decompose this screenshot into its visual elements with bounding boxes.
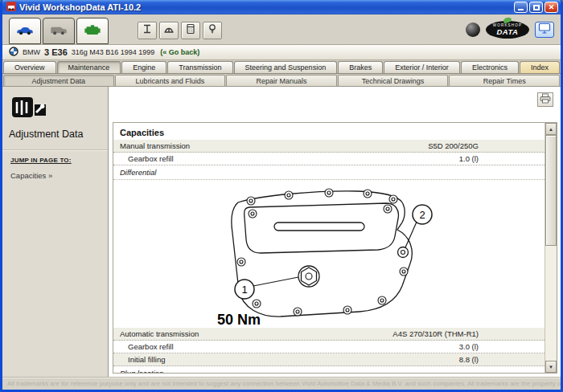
row-label: Manual transmission (120, 141, 190, 150)
row-label: Gearbox refill (120, 342, 174, 351)
callout-1-label: 1 (241, 284, 247, 296)
vehicle-bar: BMW 3 E36 316g M43 B16 1994 1999 (« Go b… (2, 45, 561, 60)
engine-module-tab[interactable] (76, 18, 109, 44)
row-manual-transmission: Manual transmission S5D 200/250G (113, 140, 545, 153)
vehicle-spec: 316g M43 B16 1994 1999 (72, 48, 155, 56)
title-bar[interactable]: Vivid WorkshopData ATI-10.2 ✕ (2, 0, 561, 14)
scroll-down-button[interactable]: ▼ (545, 361, 557, 373)
row-automatic-transmission: Automatic transmission A4S 270/310R (THM… (113, 328, 545, 341)
adjustment-data-table: Capacities Manual transmission S5D 200/2… (113, 122, 557, 374)
vehicle-model: 3 E36 (44, 47, 68, 57)
tab-engine[interactable]: Engine (121, 61, 166, 73)
main-content: Capacities Manual transmission S5D 200/2… (109, 87, 561, 377)
main-tab-bar: Overview Maintenance Engine Transmission… (2, 60, 561, 74)
toolbar-right: WORKSHOP DATA (466, 21, 554, 39)
tools-icon (10, 95, 108, 124)
printer-icon (540, 92, 551, 107)
sidebar-title: Adjustment Data (9, 129, 108, 140)
maximize-icon (533, 5, 540, 10)
row-gearbox-refill-manual: Gearbox refill 1.0 (l) (113, 153, 545, 165)
car-module-tab[interactable] (9, 18, 41, 44)
truck-module-tab[interactable] (43, 18, 75, 44)
jump-link-capacities[interactable]: Capacities » (10, 171, 103, 180)
print-button[interactable] (537, 92, 553, 107)
row-value: 1.0 (l) (459, 154, 538, 163)
section-title-capacities: Capacities (113, 123, 545, 140)
calculator-button[interactable] (181, 22, 200, 39)
row-gearbox-refill-auto: Gearbox refill 3.0 (l) (113, 341, 545, 353)
car-icon (16, 24, 34, 39)
help-button[interactable] (535, 22, 554, 38)
bmw-roundel-icon (9, 45, 18, 59)
scroll-up-button[interactable]: ▲ (545, 123, 557, 135)
maximize-button[interactable] (529, 2, 543, 13)
bridge-button[interactable] (159, 22, 179, 39)
tab-maintenance[interactable]: Maintenance (57, 61, 121, 73)
scrollbar-thumb[interactable] (545, 135, 557, 246)
engine-icon (84, 23, 101, 39)
bulb-icon (207, 23, 218, 38)
tab-transmission[interactable]: Transmission (167, 61, 232, 73)
app-window: Vivid WorkshopData ATI-10.2 ✕ WOR (0, 0, 563, 392)
vertical-scrollbar[interactable]: ▲ ▼ (545, 123, 557, 373)
sub-tab-bar: Adjustment Data Lubricants and Fluids Re… (2, 74, 561, 87)
module-button-group (138, 22, 222, 39)
callout-2-label: 2 (419, 209, 425, 221)
close-icon: ✕ (549, 4, 555, 11)
window-title: Vivid WorkshopData ATI-10.2 (19, 2, 512, 12)
workshopdata-logo: WORKSHOP DATA (486, 21, 529, 39)
row-initial-filling: Initial filling 8.8 (l) (113, 353, 545, 366)
jack-button[interactable] (138, 22, 157, 39)
row-label: Initial filling (120, 355, 165, 364)
row-label: Automatic transmission (120, 329, 199, 338)
sidebar: Adjustment Data JUMP IN PAGE TO: Capacit… (2, 87, 109, 377)
tab-index[interactable]: Index (520, 61, 560, 73)
minimize-button[interactable] (514, 2, 528, 13)
jump-in-page-panel: JUMP IN PAGE TO: Capacities » (2, 149, 108, 377)
row-value: 8.8 (l) (459, 355, 538, 364)
monitor-icon (538, 22, 551, 37)
subtab-lubricants-and-fluids[interactable]: Lubricants and Fluids (115, 75, 226, 86)
row-value: 3.0 (l) (459, 342, 538, 351)
row-value: A4S 270/310R (THM-R1) (392, 329, 538, 338)
subtab-adjustment-data[interactable]: Adjustment Data (3, 75, 114, 86)
jack-icon (142, 23, 153, 38)
app-icon (6, 0, 16, 14)
scroll-up-icon: ▲ (549, 127, 553, 132)
calculator-icon (185, 23, 196, 38)
subtab-repair-times[interactable]: Repair Times (449, 75, 560, 86)
tab-electronics[interactable]: Electronics (461, 61, 519, 73)
logo-main-text: DATA (497, 28, 519, 36)
leaf-icon (503, 17, 512, 23)
jump-in-page-label: JUMP IN PAGE TO: (10, 157, 103, 164)
status-bar: All trademarks are for reference purpose… (2, 377, 561, 390)
vehicle-make: BMW (23, 48, 40, 56)
globe-icon[interactable] (466, 22, 480, 37)
note-differential: Differential (113, 165, 545, 180)
row-label: Gearbox refill (120, 154, 174, 163)
go-back-link[interactable]: (« Go back) (160, 48, 199, 56)
differential-drawing: 1 2 50 Nm (113, 180, 545, 328)
toolbar: WORKSHOP DATA (2, 14, 561, 45)
subtab-technical-drawings[interactable]: Technical Drawings (338, 75, 449, 86)
torque-label: 50 Nm (217, 312, 261, 328)
tab-exterior-interior[interactable]: Exterior / Interior (384, 61, 460, 73)
note-plug-location: Plug location (113, 366, 545, 374)
bridge-icon (163, 23, 175, 38)
tab-steering-and-suspension[interactable]: Steering and Suspension (234, 61, 338, 73)
row-value: S5D 200/250G (428, 141, 538, 150)
subtab-repair-manuals[interactable]: Repair Manuals (226, 75, 337, 86)
van-icon (50, 24, 68, 39)
close-button[interactable]: ✕ (545, 2, 558, 13)
tab-brakes[interactable]: Brakes (338, 61, 383, 73)
scroll-down-icon: ▼ (549, 365, 553, 370)
tab-overview[interactable]: Overview (3, 61, 56, 73)
bulb-button[interactable] (203, 22, 222, 39)
minimize-icon (518, 9, 524, 10)
